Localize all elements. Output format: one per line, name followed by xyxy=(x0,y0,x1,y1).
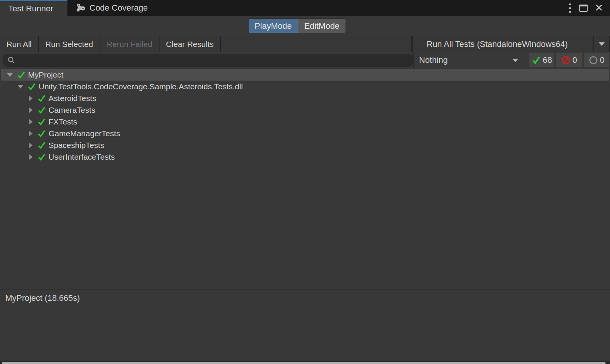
toolbar-spacer xyxy=(221,36,411,52)
tree-row[interactable]: AsteroidTests xyxy=(1,92,609,104)
playmode-button[interactable]: PlayMode xyxy=(249,19,298,33)
tree-item-label: SpaceshipTests xyxy=(48,141,104,150)
blocked-icon xyxy=(561,55,571,65)
filter-row: Nothing 68 0 0 xyxy=(0,52,610,68)
tree-row[interactable]: FXTests xyxy=(1,116,609,128)
test-passed-icon xyxy=(37,152,46,162)
expand-arrow-icon[interactable] xyxy=(29,107,33,113)
tree-row[interactable]: SpaceshipTests xyxy=(1,139,609,151)
test-passed-icon xyxy=(27,82,36,91)
rerun-failed-button: Rerun Failed xyxy=(100,36,160,52)
tree-row[interactable]: UserInterfaceTests xyxy=(1,151,609,163)
chevron-down-icon xyxy=(599,42,605,46)
tree-row[interactable]: GameManagerTests xyxy=(1,128,609,139)
tree-row[interactable]: CameraTests xyxy=(1,104,609,116)
circle-icon xyxy=(588,55,598,65)
window-controls: ✕ xyxy=(566,0,610,16)
category-filter-dropdown[interactable]: Nothing xyxy=(413,52,527,68)
test-passed-icon xyxy=(37,117,46,126)
test-runner-window: Test Runner Code Coverage ✕ PlayMode xyxy=(0,0,610,364)
test-tree: MyProjectUnity.TestTools.CodeCoverage.Sa… xyxy=(0,68,610,289)
test-passed-icon xyxy=(37,94,46,103)
expand-arrow-icon[interactable] xyxy=(29,131,33,137)
tree-item-label: Unity.TestTools.CodeCoverage.Sample.Aste… xyxy=(39,82,243,91)
failed-count: 0 xyxy=(572,55,577,65)
result-count-filters: 68 0 0 xyxy=(527,52,610,68)
bottom-scrollbar[interactable] xyxy=(2,362,605,364)
tab-code-coverage-label: Code Coverage xyxy=(89,3,148,13)
run-all-tests-dropdown-label: Run All Tests (StandaloneWindows64) xyxy=(413,39,593,49)
tab-bar: Test Runner Code Coverage ✕ xyxy=(0,0,610,16)
tree-item-label: FXTests xyxy=(48,117,77,126)
toolbar: Run All Run Selected Rerun Failed Clear … xyxy=(0,36,610,52)
code-coverage-icon xyxy=(76,3,86,13)
test-passed-icon xyxy=(37,129,46,138)
test-passed-icon xyxy=(37,106,46,115)
maximize-button[interactable] xyxy=(579,5,588,12)
expand-arrow-icon[interactable] xyxy=(29,119,33,125)
result-summary-text: MyProject (18.665s) xyxy=(5,293,80,303)
run-selected-label: Run Selected xyxy=(45,40,93,49)
result-details-panel: MyProject (18.665s) xyxy=(0,289,610,361)
search-input[interactable] xyxy=(19,56,409,65)
expand-arrow-icon[interactable] xyxy=(29,154,33,160)
bottom-scrollbar-track xyxy=(0,361,610,364)
tab-code-coverage[interactable]: Code Coverage xyxy=(67,0,156,16)
test-passed-icon xyxy=(37,141,46,150)
mode-segmented-control: PlayMode EditMode xyxy=(248,19,346,33)
passed-count-toggle[interactable]: 68 xyxy=(529,53,554,67)
collapse-arrow-icon[interactable] xyxy=(17,85,23,89)
tree-item-label: MyProject xyxy=(28,70,63,79)
inconclusive-count: 0 xyxy=(600,55,604,65)
close-button[interactable]: ✕ xyxy=(593,3,605,13)
category-filter-value: Nothing xyxy=(419,55,512,65)
mode-toggle-row: PlayMode EditMode xyxy=(0,16,610,36)
editmode-label: EditMode xyxy=(304,21,339,31)
chevron-down-icon xyxy=(512,59,518,62)
run-all-label: Run All xyxy=(6,40,32,49)
editmode-button[interactable]: EditMode xyxy=(298,19,346,33)
tree-item-label: GameManagerTests xyxy=(48,129,120,138)
expand-arrow-icon[interactable] xyxy=(29,95,33,101)
test-passed-icon xyxy=(17,70,26,79)
tree-item-label: AsteroidTests xyxy=(48,94,96,103)
run-dropdown-arrow[interactable] xyxy=(594,36,609,52)
clear-results-button[interactable]: Clear Results xyxy=(160,36,221,52)
tree-row[interactable]: Unity.TestTools.CodeCoverage.Sample.Aste… xyxy=(1,81,609,92)
failed-count-toggle[interactable]: 0 xyxy=(556,53,582,67)
window-menu-button[interactable] xyxy=(566,2,574,14)
tab-test-runner-label: Test Runner xyxy=(8,4,53,14)
inconclusive-count-toggle[interactable]: 0 xyxy=(584,53,609,67)
run-all-tests-dropdown[interactable]: Run All Tests (StandaloneWindows64) xyxy=(413,36,610,52)
tree-item-label: CameraTests xyxy=(48,106,95,115)
playmode-label: PlayMode xyxy=(255,21,292,31)
rerun-failed-label: Rerun Failed xyxy=(107,40,152,49)
run-all-button[interactable]: Run All xyxy=(0,36,39,52)
tree-row[interactable]: MyProject xyxy=(1,69,609,81)
tab-test-runner[interactable]: Test Runner xyxy=(0,0,67,16)
collapse-arrow-icon[interactable] xyxy=(7,73,13,77)
tree-item-label: UserInterfaceTests xyxy=(48,152,115,162)
clear-results-label: Clear Results xyxy=(166,40,214,49)
expand-arrow-icon[interactable] xyxy=(29,142,33,148)
search-field[interactable] xyxy=(3,54,413,67)
passed-count: 68 xyxy=(543,55,552,65)
run-selected-button[interactable]: Run Selected xyxy=(39,36,100,52)
check-icon xyxy=(531,55,541,65)
search-icon xyxy=(7,56,16,64)
